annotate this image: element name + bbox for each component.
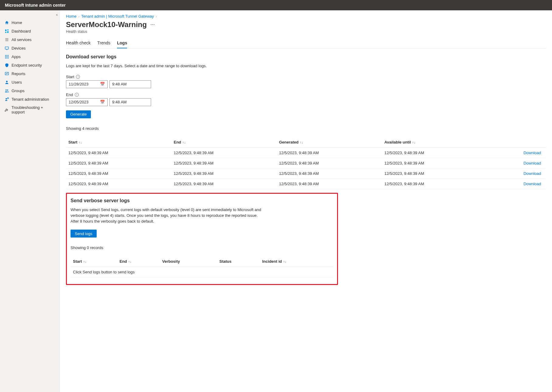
cell-generated: 12/5/2023, 9:48:39 AM (277, 168, 382, 179)
sidebar-item-dashboard[interactable]: Dashboard (0, 27, 60, 35)
tenant-icon (4, 97, 9, 102)
cell-start: 12/5/2023, 9:48:39 AM (66, 158, 171, 168)
sidebar-item-tenant-admin[interactable]: Tenant administration (0, 95, 60, 103)
end-time-input[interactable]: 9:48 AM (109, 98, 151, 106)
svg-rect-12 (5, 56, 6, 57)
cell-available: 12/5/2023, 9:48:39 AM (382, 179, 487, 189)
cell-end: 12/5/2023, 9:48:39 AM (171, 147, 276, 158)
verbose-table: Start↑↓ End↑↓ Verbosity Status Incident … (71, 256, 333, 277)
col-generated[interactable]: Generated↑↓ (277, 137, 382, 148)
wrench-icon (4, 107, 9, 112)
user-icon (4, 80, 9, 85)
download-link[interactable]: Download (523, 151, 541, 155)
table-row: 12/5/2023, 9:48:39 AM12/5/2023, 9:48:39 … (66, 158, 546, 168)
svg-rect-13 (6, 56, 7, 57)
sidebar-item-all-services[interactable]: All services (0, 35, 60, 44)
col-available[interactable]: Available until↑↓ (382, 137, 487, 148)
cell-end: 12/5/2023, 9:48:39 AM (171, 158, 276, 168)
sidebar-item-label: Tenant administration (12, 97, 49, 102)
sidebar-item-groups[interactable]: Groups (0, 86, 60, 95)
vcol-end[interactable]: End↑↓ (117, 256, 160, 267)
cell-available: 12/5/2023, 9:48:39 AM (382, 168, 487, 179)
table-row: 12/5/2023, 9:48:39 AM12/5/2023, 9:48:39 … (66, 168, 546, 179)
svg-point-19 (6, 81, 8, 82)
svg-point-22 (5, 98, 7, 99)
sidebar-item-label: Home (12, 20, 22, 25)
sidebar-item-label: Endpoint security (12, 63, 42, 68)
group-icon (4, 88, 9, 93)
svg-point-21 (7, 89, 8, 91)
sort-icon: ↑↓ (182, 140, 186, 144)
download-link[interactable]: Download (523, 161, 541, 165)
page-subtitle: Health status (66, 29, 546, 34)
start-label: Start i (66, 75, 546, 79)
tab-logs[interactable]: Logs (117, 39, 127, 48)
svg-rect-3 (5, 32, 6, 33)
more-actions-icon[interactable]: ··· (150, 22, 155, 27)
start-date-input[interactable]: 11/28/2023 📅 (66, 80, 108, 88)
cell-start: 12/5/2023, 9:48:39 AM (66, 179, 171, 189)
info-icon[interactable]: i (76, 75, 80, 79)
breadcrumb-tenant[interactable]: Tenant admin | Microsoft Tunnel Gateway (81, 14, 154, 19)
svg-rect-15 (5, 57, 6, 58)
vcol-start[interactable]: Start↑↓ (71, 256, 117, 267)
all-services-icon (4, 37, 9, 42)
app-header: Microsoft Intune admin center (0, 0, 552, 10)
start-time-input[interactable]: 9:48 AM (109, 80, 151, 88)
cell-generated: 12/5/2023, 9:48:39 AM (277, 179, 382, 189)
sidebar-item-apps[interactable]: Apps (0, 52, 60, 61)
download-logs-desc: Logs are kept for the last 7 days. Selec… (66, 63, 260, 69)
table-row: 12/5/2023, 9:48:39 AM12/5/2023, 9:48:39 … (66, 147, 546, 158)
calendar-icon: 📅 (100, 100, 105, 104)
collapse-sidebar-icon[interactable]: « (56, 13, 58, 16)
download-link[interactable]: Download (523, 182, 541, 186)
sidebar-item-reports[interactable]: Reports (0, 69, 60, 78)
sidebar-item-troubleshooting[interactable]: Troubleshooting + support (0, 103, 60, 116)
sidebar-item-label: Dashboard (12, 29, 31, 33)
col-start[interactable]: Start↑↓ (66, 137, 171, 148)
download-logs-heading: Download server logs (66, 54, 546, 60)
svg-rect-2 (7, 31, 8, 33)
breadcrumb: Home › Tenant admin | Microsoft Tunnel G… (66, 14, 546, 19)
cell-start: 12/5/2023, 9:48:39 AM (66, 147, 171, 158)
col-end[interactable]: End↑↓ (171, 137, 276, 148)
calendar-icon: 📅 (100, 82, 105, 86)
svg-rect-0 (5, 29, 6, 31)
download-link[interactable]: Download (523, 171, 541, 176)
end-date-input[interactable]: 12/05/2023 📅 (66, 98, 108, 106)
reports-icon (4, 71, 9, 76)
dashboard-icon (4, 29, 9, 33)
generate-button[interactable]: Generate (66, 110, 91, 118)
breadcrumb-home[interactable]: Home (66, 14, 77, 19)
logs-table: Start↑↓ End↑↓ Generated↑↓ Available unti… (66, 137, 546, 189)
vcol-verbosity[interactable]: Verbosity (160, 256, 217, 267)
sidebar-item-devices[interactable]: Devices (0, 44, 60, 52)
vcol-status[interactable]: Status (217, 256, 260, 267)
shield-icon (4, 63, 9, 68)
sidebar-item-label: Devices (12, 46, 26, 50)
cell-end: 12/5/2023, 9:48:39 AM (171, 179, 276, 189)
sidebar-item-endpoint-security[interactable]: Endpoint security (0, 61, 60, 69)
cell-available: 12/5/2023, 9:48:39 AM (382, 158, 487, 168)
info-icon[interactable]: i (75, 93, 79, 97)
chevron-right-icon: › (156, 15, 157, 18)
sidebar-item-label: Users (12, 80, 22, 85)
app-title: Microsoft Intune admin center (5, 3, 66, 8)
sidebar-item-users[interactable]: Users (0, 78, 60, 86)
tab-health-check[interactable]: Health check (66, 39, 91, 48)
tab-trends[interactable]: Trends (97, 39, 110, 48)
col-download (487, 137, 546, 148)
sort-icon: ↑↓ (300, 140, 303, 144)
svg-point-23 (7, 97, 9, 99)
records-count: Showing 4 records (66, 126, 546, 131)
vcol-incident[interactable]: Incident id↑↓ (260, 256, 333, 267)
sidebar-item-label: Groups (12, 88, 25, 93)
svg-rect-7 (5, 47, 8, 49)
sidebar: « Home Dashboard All services Devices Ap… (0, 10, 60, 392)
tabs: Health check Trends Logs (66, 39, 546, 49)
chevron-right-icon: › (78, 15, 80, 18)
send-logs-button[interactable]: Send logs (71, 230, 97, 238)
cell-start: 12/5/2023, 9:48:39 AM (66, 168, 171, 179)
sidebar-item-home[interactable]: Home (0, 18, 60, 27)
cell-end: 12/5/2023, 9:48:39 AM (171, 168, 276, 179)
